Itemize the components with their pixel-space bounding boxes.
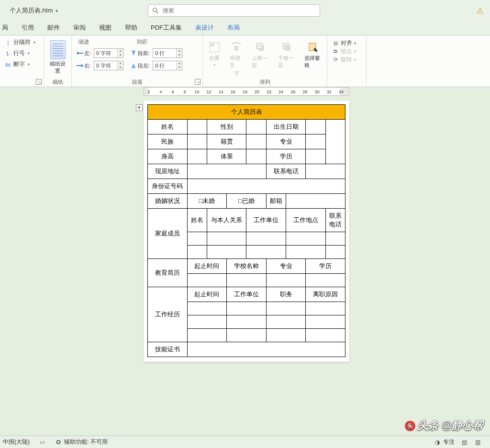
chevron-down-icon: ▾ (28, 51, 30, 56)
print-layout-icon[interactable]: ▤ (460, 438, 468, 446)
svg-rect-4 (234, 46, 238, 51)
tab-review[interactable]: 审阅 (71, 22, 88, 35)
rotate-icon: ⟳ (332, 56, 339, 63)
ribbon-tabs: 局 引用 邮件 审阅 视图 帮助 PDF工具集 表设计 布局 (0, 21, 490, 35)
document-name: 个人简历表.htm (10, 6, 53, 15)
spacing-after-spinner[interactable]: ▲▼ (153, 61, 182, 70)
group-button: ⧉组合▾ (332, 47, 361, 56)
opt-unmarried[interactable]: □未婚 (187, 194, 227, 209)
ruler-area: 246810121416182022242628303234 (0, 87, 490, 98)
selection-pane-button[interactable]: 选择窗格 (304, 41, 322, 69)
tab-mailings[interactable]: 邮件 (45, 22, 62, 35)
manuscript-icon[interactable] (50, 40, 66, 59)
label-family: 家庭成员 (148, 209, 188, 259)
ruler-number: 32 (327, 90, 332, 94)
spacing-after-icon (130, 63, 137, 68)
line-numbers-button[interactable]: 1·行号▾ (5, 49, 39, 57)
dialog-launcher-icon[interactable]: ↘ (36, 79, 42, 85)
indent-right-spinner[interactable]: ▲▼ (94, 61, 123, 70)
wrap-text-button: 环绕文字 (230, 41, 243, 77)
ruler-number: 14 (219, 90, 223, 94)
resume-table[interactable]: 个人简历表 姓名 性别 出生日期 民族 籍贯 专业 身高 体重 学历 现居地址 … (147, 104, 345, 357)
ruler-number: 24 (278, 90, 283, 94)
position-button: 位置▾ (208, 41, 221, 67)
ribbon-group-align: ⊟对齐▾ ⧉组合▾ ⟳旋转▾ (327, 35, 367, 87)
read-mode-icon[interactable]: ▥ (474, 438, 481, 446)
label-tel: 联系电话 (266, 164, 306, 179)
warning-icon[interactable]: ⚠ (477, 6, 483, 15)
ruler-number: 4 (160, 90, 162, 94)
indent-left-spinner[interactable]: ▲▼ (94, 48, 123, 58)
ruler-number: 16 (231, 90, 235, 94)
dialog-launcher-icon[interactable]: ↘ (195, 79, 200, 85)
position-icon (208, 41, 221, 54)
ruler-number: 2 (147, 90, 150, 94)
ruler-number: 26 (290, 90, 295, 94)
opt-married[interactable]: □已婚 (227, 194, 267, 209)
search-input[interactable] (163, 7, 316, 14)
label-nation: 民族 (148, 134, 188, 149)
align-icon: ⊟ (332, 40, 339, 46)
breaks-button[interactable]: ¦分隔符▾ (5, 38, 39, 46)
align-button[interactable]: ⊟对齐▾ (332, 39, 361, 47)
ruler-number: 20 (255, 90, 259, 94)
svg-line-1 (156, 11, 158, 13)
document-name-dropdown[interactable]: 个人简历表.htm ▾ (10, 6, 58, 15)
breaks-icon: ¦ (5, 40, 11, 45)
spacing-header: 间距 (137, 38, 147, 45)
ruler-number: 18 (243, 90, 247, 94)
line-numbers-icon: 1· (5, 51, 11, 56)
wrap-text-icon (230, 41, 243, 54)
photo-cell[interactable] (325, 120, 345, 164)
horizontal-ruler[interactable]: 246810121416182022242628303234 (144, 87, 349, 96)
accessibility-icon: ✪ (55, 438, 62, 446)
label-weight: 体重 (207, 149, 246, 164)
rotate-button: ⟳旋转▾ (332, 56, 361, 64)
ruler-number: 12 (207, 90, 212, 94)
indent-header: 缩进 (78, 38, 89, 45)
tab-table-layout[interactable]: 布局 (225, 22, 242, 35)
status-focus[interactable]: ◑专注 (434, 438, 455, 446)
tab-references[interactable]: 引用 (20, 22, 36, 35)
label-work-hist: 工作经历 (148, 287, 188, 342)
label-edu-hist: 教育简历 (148, 259, 188, 287)
label-native: 籍贯 (207, 134, 246, 149)
tab-view[interactable]: 视图 (97, 22, 113, 35)
manuscript-label: 稿纸设置 (49, 60, 67, 75)
title-bar: 个人简历表.htm ▾ ⚠ (0, 0, 490, 21)
send-backward-icon (280, 41, 294, 54)
label-email: 邮箱 (266, 194, 286, 209)
ruler-number: 6 (172, 90, 174, 94)
ruler-number: 28 (303, 90, 308, 94)
label-edu: 学历 (266, 149, 306, 164)
table-move-handle[interactable] (136, 104, 143, 111)
selection-pane-icon (307, 41, 320, 54)
indent-left-icon (77, 51, 83, 56)
tab-layout-cn[interactable]: 局 (0, 22, 10, 35)
status-locale[interactable]: 中国(大陆) (3, 438, 30, 446)
hyphenation-button[interactable]: bc断字▾ (5, 60, 39, 68)
tab-pdf-tools[interactable]: PDF工具集 (149, 22, 184, 35)
ribbon-group-arrange: 位置▾ 环绕文字 上移一层 下移一层 选择窗格 排列 (203, 35, 327, 87)
table-title: 个人简历表 (148, 105, 345, 120)
tab-help[interactable]: 帮助 (123, 22, 139, 35)
tab-table-design[interactable]: 表设计 (193, 22, 216, 35)
book-icon[interactable]: ▭ (38, 438, 46, 446)
label-address: 现居地址 (148, 164, 188, 179)
ruler-number: 30 (315, 90, 320, 94)
spacing-before-spinner[interactable]: ▲▼ (153, 48, 182, 58)
chevron-down-icon: ▾ (56, 8, 58, 13)
label-name: 姓名 (148, 120, 188, 134)
status-bar: 中国(大陆) ▭ ✪辅助功能: 不可用 ◑专注 ▤ ▥ (0, 436, 490, 448)
ruler-number: 8 (184, 90, 186, 94)
status-a11y[interactable]: ✪辅助功能: 不可用 (55, 438, 108, 446)
label-major: 专业 (266, 134, 306, 149)
page-canvas[interactable]: 个人简历表 姓名 性别 出生日期 民族 籍贯 专业 身高 体重 学历 现居地址 … (144, 101, 349, 362)
indent-right-icon (77, 63, 83, 68)
ruler-number: 10 (194, 90, 199, 94)
send-backward-button: 下移一层 (278, 41, 296, 69)
search-box[interactable] (148, 4, 320, 17)
label-skills: 技能证书 (148, 342, 188, 357)
ruler-number: 34 (339, 90, 344, 94)
svg-rect-6 (256, 43, 262, 49)
